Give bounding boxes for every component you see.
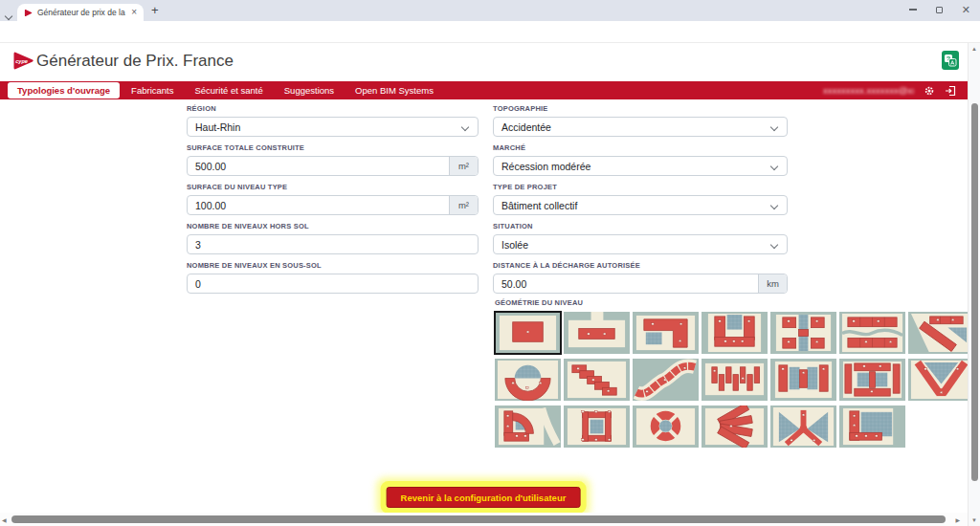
nav-item-suggestions[interactable]: Suggestions [275, 82, 344, 99]
nav-item-securite-et-sante[interactable]: Sécurité et santé [185, 82, 272, 99]
geometry-option-l-hatch[interactable] [633, 312, 699, 354]
field-topographie: TOPOGRAPHIEAccidentée [493, 104, 788, 137]
field-nombre-de-niveaux-hors-sol: NOMBRE DE NIVEAUX HORS SOL3 [187, 222, 479, 254]
user-email-redacted: xxxxxxxxx.xxxxxxx@xxxxx.xxx [823, 85, 914, 96]
window-restore-button[interactable] [936, 7, 943, 13]
topographie-value: Accidentée [494, 121, 787, 133]
geometry-option-single-bar[interactable] [564, 312, 630, 354]
nombre-de-niveaux-en-sous-sol-input[interactable]: 0 [187, 274, 479, 294]
geometry-option-y-shape[interactable] [770, 405, 836, 448]
geometry-option-cross-plaza[interactable] [770, 312, 836, 354]
region-value: Haut-Rhin [188, 121, 478, 133]
region-select[interactable]: Haut-Rhin [187, 117, 479, 137]
return-user-configuration-button[interactable]: Revenir à la configuration d'utilisateur [387, 487, 581, 508]
tab-favicon-cype-icon [24, 9, 33, 17]
window-minimize-button[interactable] [909, 9, 917, 11]
form-column-right: TOPOGRAPHIEAccidentéeMARCHÉRécession mod… [493, 104, 788, 300]
page-header: cype Générateur de Prix. France [0, 43, 968, 81]
geometry-option-wave-bars[interactable] [839, 312, 905, 354]
geometry-option-square-ring[interactable] [564, 405, 630, 448]
geometry-option-v-shape[interactable] [908, 359, 974, 401]
horizontal-scrollbar[interactable]: ◀ ▶ [0, 513, 968, 526]
vertical-scrollbar[interactable]: ▲ ▼ [968, 43, 980, 526]
field-distance-a-la-decharge-autorisee: DISTANCE À LA DÉCHARGE AUTORISÉE50.00km [493, 261, 788, 294]
topographie-select[interactable]: Accidentée [493, 117, 788, 137]
field-situation: SITUATIONIsolée [493, 222, 788, 254]
marche-value: Récession modérée [494, 161, 787, 172]
geometry-option-fan[interactable] [702, 405, 768, 448]
geometry-option-diagonal-bars[interactable] [908, 312, 974, 354]
geometry-section: GÉOMÉTRIE DU NIVEAU [495, 298, 979, 448]
field-nombre-de-niveaux-en-sous-sol: NOMBRE DE NIVEAUX EN SOUS-SOL0 [187, 261, 479, 294]
tab-list-chevron-icon[interactable] [6, 6, 13, 13]
surface-totale-construite-label: SURFACE TOTALE CONSTRUITE [187, 143, 479, 153]
type-de-projet-label: TYPE DE PROJET [493, 183, 788, 192]
surface-du-niveau-type-value: 100.00 [188, 200, 449, 211]
nombre-de-niveaux-en-sous-sol-value: 0 [188, 278, 478, 290]
new-tab-button[interactable]: + [151, 3, 159, 17]
region-label: RÉGION [187, 104, 479, 114]
situation-select[interactable]: Isolée [493, 234, 788, 254]
surface-du-niveau-type-input[interactable]: 100.00m² [187, 195, 479, 215]
type-de-projet-select[interactable]: Bâtiment collectif [493, 195, 788, 215]
marche-label: MARCHÉ [493, 143, 788, 153]
cype-logo: cype [12, 51, 34, 71]
situation-label: SITUATION [493, 222, 788, 231]
type-de-projet-value: Bâtiment collectif [494, 200, 787, 211]
nav-item-fabricants[interactable]: Fabricants [122, 82, 183, 99]
surface-totale-construite-unit: m² [449, 157, 478, 175]
geometry-option-semicircle[interactable] [495, 359, 561, 401]
geometry-option-staircase[interactable] [564, 359, 630, 401]
window-close-button[interactable]: ✕ [962, 5, 970, 14]
field-region: RÉGIONHaut-Rhin [187, 104, 479, 137]
nombre-de-niveaux-en-sous-sol-label: NOMBRE DE NIVEAUX EN SOUS-SOL [187, 261, 479, 271]
form-column-left: RÉGIONHaut-RhinSURFACE TOTALE CONSTRUITE… [187, 104, 479, 300]
geometry-option-u-towers[interactable] [702, 312, 768, 354]
geometry-option-circle-ring[interactable] [633, 405, 699, 448]
marche-select[interactable]: Récession modérée [493, 156, 788, 176]
svg-text:cype: cype [15, 58, 28, 64]
nav-item-typologies-d-ouvrage[interactable]: Typologies d'ouvrage [8, 82, 120, 99]
geometry-label: GÉOMÉTRIE DU NIVEAU [495, 298, 979, 308]
browser-toolbar: ← → prix-construction.info/remote.asp?Co… [0, 21, 980, 43]
field-surface-du-niveau-type: SURFACE DU NIVEAU TYPE100.00m² [187, 183, 479, 215]
distance-a-la-decharge-autorisee-value: 50.00 [494, 278, 758, 290]
browser-tab[interactable]: Générateur de prix de la constr × [17, 4, 144, 21]
geometry-grid [495, 312, 979, 448]
scroll-right-icon[interactable]: ▶ [955, 516, 960, 523]
field-marche: MARCHÉRécession modérée [493, 143, 788, 176]
nombre-de-niveaux-hors-sol-value: 3 [188, 239, 478, 251]
settings-gear-icon[interactable] [924, 85, 935, 97]
surface-du-niveau-type-label: SURFACE DU NIVEAU TYPE [187, 183, 479, 192]
nav-item-open-bim-systems[interactable]: Open BIM Systems [345, 82, 443, 99]
main-nav: Typologies d'ouvrageFabricantsSécurité e… [0, 81, 968, 99]
geometry-option-l-big-hatch[interactable] [839, 405, 905, 448]
surface-totale-construite-value: 500.00 [188, 161, 449, 172]
geometry-option-twin-hatch-bar[interactable] [770, 359, 836, 401]
distance-a-la-decharge-autorisee-input[interactable]: 50.00km [493, 274, 788, 294]
surface-du-niveau-type-unit: m² [449, 196, 478, 214]
page-title: Générateur de Prix. France [36, 52, 234, 71]
scroll-down-icon[interactable]: ▼ [971, 517, 977, 523]
vertical-scrollbar-thumb[interactable] [971, 103, 978, 481]
geometry-option-s-curve[interactable] [633, 359, 699, 401]
geometry-option-plaza-rect[interactable] [495, 312, 561, 354]
surface-totale-construite-input[interactable]: 500.00m² [187, 156, 479, 176]
situation-value: Isolée [494, 239, 787, 251]
scroll-up-icon[interactable]: ▲ [971, 46, 977, 52]
field-type-de-projet: TYPE DE PROJETBâtiment collectif [493, 183, 788, 215]
topographie-label: TOPOGRAPHIE [493, 104, 788, 114]
tab-title: Générateur de prix de la constr [37, 8, 126, 17]
tab-close-icon[interactable]: × [131, 8, 137, 17]
geometry-option-quarter-arc[interactable] [495, 405, 561, 448]
horizontal-scrollbar-thumb[interactable] [11, 515, 946, 523]
nombre-de-niveaux-hors-sol-label: NOMBRE DE NIVEAUX HORS SOL [187, 222, 479, 231]
distance-a-la-decharge-autorisee-unit: km [758, 274, 787, 293]
nombre-de-niveaux-hors-sol-input[interactable]: 3 [187, 234, 479, 254]
geometry-option-comb[interactable] [702, 359, 768, 401]
geometry-option-frame-center-bar[interactable] [839, 359, 905, 401]
page-translated-icon[interactable] [942, 51, 959, 70]
logout-icon[interactable] [945, 85, 956, 97]
scroll-left-icon[interactable]: ◀ [2, 516, 7, 523]
field-surface-totale-construite: SURFACE TOTALE CONSTRUITE500.00m² [187, 143, 479, 176]
